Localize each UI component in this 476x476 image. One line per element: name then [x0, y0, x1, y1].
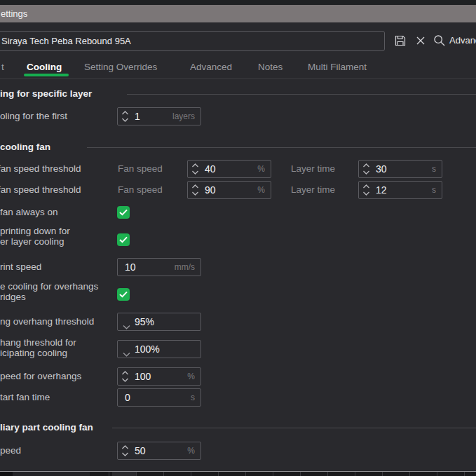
save-icon[interactable]: [394, 34, 407, 47]
aux-fan-speed-unit: %: [187, 442, 195, 459]
preset-name-field[interactable]: Siraya Tech Peba Rebound 95A: [0, 31, 385, 51]
tab-setting-overrides[interactable]: Setting Overrides: [84, 60, 157, 75]
label-layer-time: Layer time: [291, 160, 335, 178]
label-min-fan-threshold: fan speed threshold: [0, 160, 81, 178]
participating-threshold-value: 100%: [135, 341, 160, 358]
slow-printing-checkbox[interactable]: [117, 233, 130, 246]
prestart-fan-time-unit: s: [191, 389, 195, 406]
min-fan-speed-unit: %: [257, 161, 265, 177]
background-window-edge: [0, 471, 476, 476]
background-window-segment: [112, 472, 136, 476]
tab-multi-filament[interactable]: Multi Filament: [308, 60, 367, 75]
force-cooling-checkbox[interactable]: [117, 288, 130, 301]
chevron-down-icon: [123, 347, 130, 352]
label-force-cooling-line2: ridges: [0, 292, 26, 302]
label-participating-line2: icipating cooling: [0, 348, 67, 358]
label-overhang-threshold: ng overhang threshold: [0, 313, 94, 331]
max-layer-time-unit: s: [432, 182, 436, 198]
label-no-cooling-first: oling for the first: [0, 107, 67, 125]
tab-divider: [0, 79, 476, 79]
section-rule: [127, 94, 476, 95]
min-print-speed-value: 10: [125, 259, 136, 276]
max-layer-time-value: 12: [376, 182, 387, 198]
label-min-print-speed: rint speed: [0, 258, 41, 276]
tab-advanced[interactable]: Advanced: [190, 60, 232, 75]
overhang-threshold-value: 95%: [135, 313, 154, 330]
fan-speed-overhangs-value: 100: [135, 368, 151, 385]
section-rule: [87, 147, 476, 148]
label-fan-speed: Fan speed: [118, 160, 163, 178]
section-rule: [112, 428, 476, 428]
prestart-fan-time-input[interactable]: 0 s: [117, 388, 201, 407]
background-window-segment: [13, 472, 90, 476]
window-title: ettings: [1, 5, 27, 22]
overhang-threshold-dropdown[interactable]: 95%: [117, 313, 201, 331]
label-fan-speed-overhangs: peed for overhangs: [0, 367, 81, 386]
label-slow-printing-line1: printing down for: [0, 226, 70, 236]
min-layer-time-spinner[interactable]: 30 s: [358, 160, 442, 178]
first-layers-spinner[interactable]: 1 layers: [117, 107, 201, 125]
min-layer-time-value: 30: [376, 161, 387, 177]
first-layers-unit: layers: [172, 108, 195, 125]
label-fan-always-on: fan always on: [0, 206, 58, 219]
spinner-arrows-icon[interactable]: [121, 444, 129, 457]
chevron-down-icon: [123, 320, 130, 325]
label-aux-fan-speed: peed: [0, 442, 21, 460]
label-fan-speed: Fan speed: [118, 181, 163, 199]
participating-threshold-dropdown[interactable]: 100%: [117, 340, 201, 358]
spinner-arrows-icon[interactable]: [121, 370, 129, 383]
min-fan-speed-value: 40: [205, 161, 216, 177]
tab-cooling[interactable]: Cooling: [27, 60, 62, 75]
max-fan-speed-value: 90: [205, 182, 216, 198]
fan-always-on-checkbox[interactable]: [117, 206, 130, 219]
section-title-part-cooling-fan: cooling fan: [0, 142, 50, 152]
aux-fan-speed-spinner[interactable]: 50 %: [117, 442, 201, 460]
window-edge-strip: [0, 0, 476, 5]
section-title-specific-layer: ing for specific layer: [0, 88, 92, 99]
background-window-segment: [0, 472, 13, 476]
min-print-speed-unit: mm/s: [175, 259, 195, 276]
spinner-arrows-icon[interactable]: [191, 184, 199, 196]
tab-notes[interactable]: Notes: [258, 60, 283, 75]
label-max-fan-threshold: fan speed threshold: [0, 181, 81, 199]
max-fan-speed-unit: %: [257, 182, 265, 198]
min-layer-time-unit: s: [432, 161, 436, 177]
spinner-arrows-icon[interactable]: [121, 110, 129, 123]
close-icon[interactable]: [414, 34, 427, 47]
spinner-arrows-icon[interactable]: [362, 184, 370, 196]
advance-mode-label[interactable]: Advance: [449, 35, 476, 46]
max-fan-speed-spinner[interactable]: 90 %: [187, 181, 271, 199]
label-layer-time: Layer time: [291, 181, 335, 199]
first-layers-value: 1: [135, 108, 140, 125]
min-fan-speed-spinner[interactable]: 40 %: [187, 160, 271, 178]
spinner-arrows-icon[interactable]: [362, 163, 370, 175]
spinner-arrows-icon[interactable]: [191, 163, 199, 175]
active-tab-underline: [24, 74, 69, 76]
max-layer-time-spinner[interactable]: 12 s: [358, 181, 442, 199]
fan-speed-overhangs-spinner[interactable]: 100 %: [117, 367, 201, 386]
aux-fan-speed-value: 50: [135, 442, 146, 459]
label-slow-printing-line2: er layer cooling: [0, 236, 64, 247]
tab-filament[interactable]: t: [1, 60, 4, 75]
filament-settings-window: ettings Siraya Tech Peba Rebound 95A Adv…: [0, 0, 476, 476]
window-titlebar[interactable]: ettings: [0, 5, 476, 22]
label-force-cooling-line1: e cooling for overhangs: [0, 281, 98, 292]
fan-speed-overhangs-unit: %: [187, 368, 195, 385]
section-title-aux-cooling-fan: liary part cooling fan: [0, 422, 93, 433]
label-prestart-fan-time: tart fan time: [0, 388, 50, 407]
min-print-speed-input[interactable]: 10 mm/s: [117, 258, 201, 276]
search-icon[interactable]: [433, 34, 446, 47]
preset-name-text: Siraya Tech Peba Rebound 95A: [1, 32, 131, 50]
prestart-fan-time-value: 0: [125, 389, 130, 406]
label-participating-line1: hang threshold for: [0, 337, 76, 348]
